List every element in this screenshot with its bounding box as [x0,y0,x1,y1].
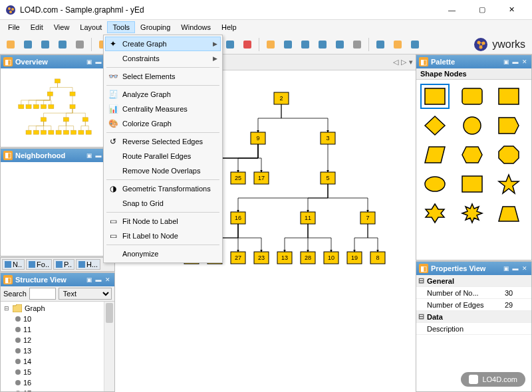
menu-windows[interactable]: Windows [176,21,216,33]
search-input[interactable] [29,288,56,300]
palette-shape-hexagon[interactable] [458,142,487,167]
palette-shape-star5[interactable] [494,171,523,197]
graph-node-3[interactable]: 3 [321,132,335,144]
graph-edge[interactable] [354,224,368,252]
graph-node-16[interactable]: 16 [231,212,245,224]
palette-shape-rect[interactable] [420,84,450,109]
neighborhood-canvas[interactable] [1,162,114,256]
panel-pin-icon[interactable]: ▣ [85,58,93,66]
menu-item-geometric-transformations[interactable]: ◑Geometric Transformations [105,181,221,196]
graph-node-2[interactable]: 2 [274,92,289,104]
window-close-button[interactable]: ✕ [497,0,527,20]
panel-pin-icon[interactable]: ▣ [85,276,93,284]
grid-button[interactable] [349,37,365,52]
palette-shape-star8[interactable] [458,201,487,226]
graph-node-5[interactable]: 5 [321,172,335,184]
menu-item-select-elements[interactable]: 👓Select Elements [105,69,221,84]
nav-mode-button[interactable] [280,37,296,52]
fit-content-button[interactable] [239,37,255,52]
ortho-button[interactable] [372,37,388,52]
tree-node[interactable]: 11 [3,324,112,335]
graph-node-10[interactable]: 10 [324,252,338,264]
sidebar-tab[interactable]: N.. [2,259,25,270]
graph-edge[interactable] [258,144,261,172]
zoom-fit-button[interactable] [222,37,238,52]
panel-minimize-icon[interactable]: ▬ [511,264,519,272]
tree-node[interactable]: 13 [3,345,112,356]
menu-item-create-graph[interactable]: ✦Create Graph▶ [105,37,221,51]
new-button[interactable] [3,37,19,52]
property-group[interactable]: ⊟General [416,275,531,287]
overview-canvas[interactable] [1,68,114,147]
scrollbar[interactable] [104,302,114,391]
graph-node-23[interactable]: 23 [254,252,269,264]
menu-grouping[interactable]: Grouping [135,21,176,33]
menu-item-route-parallel-edges[interactable]: Route Parallel Edges [105,149,221,163]
menu-view[interactable]: View [49,21,75,33]
tree-node[interactable]: 16 [3,377,112,388]
palette-shape-ellipse[interactable] [420,171,450,197]
property-row[interactable]: Description [416,323,531,335]
graph-edge[interactable] [238,224,261,252]
tree-node[interactable]: 10 [3,314,112,324]
tree-node[interactable]: 12 [3,335,112,345]
menu-item-fit-label-to-node[interactable]: ▭Fit Label to Node [105,229,221,243]
panel-minimize-icon[interactable]: ▬ [94,151,102,159]
graph-edge[interactable] [238,144,258,172]
menu-item-constraints[interactable]: Constraints▶ [105,51,221,66]
menu-item-remove-node-overlaps[interactable]: Remove Node Overlaps [105,163,221,178]
group-toggle-icon[interactable]: ⊟ [416,276,426,285]
save-button[interactable] [37,37,53,52]
graph-edge[interactable] [308,184,328,212]
menu-item-fit-node-to-label[interactable]: ▭Fit Node to Label [105,214,221,229]
graph-node-27[interactable]: 27 [231,252,245,264]
graph-edge[interactable] [281,104,328,132]
tab-list-icon[interactable]: ▾ [409,58,413,66]
sidebar-tab[interactable]: H... [76,259,100,270]
tab-prev-icon[interactable]: ◁ [393,58,398,66]
graph-node-13[interactable]: 13 [277,252,292,264]
structure-tree[interactable]: ⊟Graph1011121314151617 [1,302,114,391]
palette-shape-rect4[interactable] [458,171,487,197]
graph-node-19[interactable]: 19 [347,252,362,264]
graph-node-11[interactable]: 11 [301,212,315,224]
window-minimize-button[interactable]: — [437,0,467,20]
magnify-button[interactable] [297,37,313,52]
menu-edit[interactable]: Edit [25,21,49,33]
menu-layout[interactable]: Layout [74,21,107,33]
panel-pin-icon[interactable]: ▣ [85,151,93,159]
open-button[interactable] [20,37,36,52]
menu-file[interactable]: File [3,21,25,33]
palette-section-header[interactable]: Shape Nodes [416,68,531,80]
graph-edge[interactable] [328,184,368,212]
tree-node[interactable]: 15 [3,367,112,377]
group-toggle-icon[interactable]: ⊟ [416,312,426,321]
snap-button[interactable] [332,37,348,52]
palette-shape-star6[interactable] [420,201,450,226]
graph-edge[interactable] [285,224,308,252]
menu-item-anonymize[interactable]: Anonymize [105,246,221,261]
palette-shape-trapezoid[interactable] [494,201,523,226]
property-row[interactable]: Number of Edges29 [416,299,531,311]
panel-pin-icon[interactable]: ▣ [502,264,510,272]
panel-pin-icon[interactable]: ▣ [502,58,510,66]
panel-minimize-icon[interactable]: ▬ [511,58,519,66]
tree-toggle-icon[interactable]: ⊟ [3,305,10,312]
menu-item-snap-to-grid[interactable]: Snap to Grid [105,196,221,211]
tree-node[interactable]: 17 [3,388,112,391]
select-area-button[interactable] [315,37,331,52]
print-button[interactable] [55,37,70,52]
magic-wand-button[interactable] [407,37,423,52]
panel-minimize-icon[interactable]: ▬ [94,58,102,66]
property-row[interactable]: Number of No...30 [416,287,531,299]
palette-shape-rect3[interactable] [494,84,523,109]
palette-shape-parallelogram[interactable] [420,142,450,167]
menu-item-reverse-selected-edges[interactable]: ↺Reverse Selected Edges [105,134,221,149]
panel-close-icon[interactable]: ✕ [521,58,529,66]
graph-node-28[interactable]: 28 [301,252,315,264]
graph-node-25[interactable]: 25 [231,172,245,184]
edit-mode-button[interactable] [263,37,279,52]
sidebar-tab[interactable]: P.. [53,259,74,270]
panel-minimize-icon[interactable]: ▬ [94,276,102,284]
menu-item-colorize-graph[interactable]: 🎨Colorize Graph [105,116,221,131]
